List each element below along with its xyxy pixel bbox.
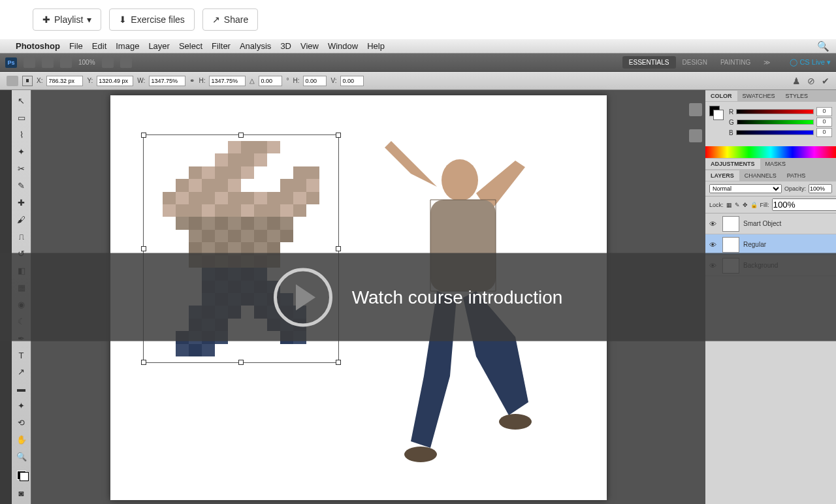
- fill-input[interactable]: [772, 198, 836, 211]
- workspace-design[interactable]: DESIGN: [676, 56, 714, 69]
- crop-tool-icon[interactable]: ✂: [14, 162, 29, 176]
- screen-mode-icon[interactable]: [102, 57, 114, 68]
- wand-tool-icon[interactable]: ✦: [14, 145, 29, 159]
- 3d-camera-icon[interactable]: ⟲: [14, 416, 29, 430]
- g-value[interactable]: 0: [816, 118, 832, 127]
- quickmask-icon[interactable]: ◙: [14, 486, 29, 500]
- playlist-button[interactable]: ✚Playlist▾: [33, 8, 101, 31]
- play-button[interactable]: [274, 268, 332, 326]
- hskew-input[interactable]: [303, 76, 327, 86]
- layer-row[interactable]: 👁 Smart Object: [705, 213, 836, 234]
- handle-tr[interactable]: [336, 133, 341, 138]
- marquee-tool-icon[interactable]: ▭: [14, 111, 29, 125]
- handle-br[interactable]: [336, 360, 341, 365]
- menu-edit[interactable]: Edit: [92, 41, 106, 51]
- zoom-level[interactable]: 100%: [78, 59, 95, 66]
- transform-ref-icon[interactable]: [7, 76, 18, 86]
- y-input[interactable]: [97, 76, 133, 86]
- color-swatches[interactable]: [709, 106, 725, 121]
- color-spectrum[interactable]: [705, 146, 836, 158]
- menu-image[interactable]: Image: [116, 41, 139, 51]
- exercise-files-button[interactable]: ⬇Exercise files: [109, 8, 194, 31]
- app-name[interactable]: Photoshop: [16, 41, 60, 51]
- vskew-input[interactable]: [340, 76, 364, 86]
- menu-select[interactable]: Select: [179, 41, 202, 51]
- tab-layers[interactable]: LAYERS: [705, 170, 739, 181]
- tab-channels[interactable]: CHANNELS: [739, 170, 782, 181]
- workspace-more[interactable]: ≫: [757, 56, 777, 69]
- zoom-tool-icon[interactable]: 🔍: [14, 450, 29, 464]
- h-input[interactable]: [209, 76, 246, 86]
- g-slider[interactable]: [737, 119, 814, 125]
- video-overlay[interactable]: Watch course introduction: [0, 253, 836, 341]
- cs-live-button[interactable]: ◯ CS Live ▾: [790, 58, 831, 67]
- handle-bc[interactable]: [238, 360, 244, 365]
- b-value[interactable]: 0: [816, 128, 832, 137]
- tab-paths[interactable]: PATHS: [782, 170, 811, 181]
- stamp-tool-icon[interactable]: ⎍: [14, 230, 29, 244]
- menu-layer[interactable]: Layer: [148, 41, 170, 51]
- hand-tool-icon[interactable]: ✋: [14, 433, 29, 447]
- handle-tc[interactable]: [238, 133, 244, 138]
- search-icon[interactable]: 🔍: [817, 40, 829, 52]
- eye-icon[interactable]: 👁: [709, 220, 718, 228]
- eye-icon[interactable]: 👁: [709, 241, 718, 249]
- tab-masks[interactable]: MASKS: [760, 159, 792, 169]
- menu-3d[interactable]: 3D: [280, 41, 291, 51]
- menu-view[interactable]: View: [300, 41, 319, 51]
- x-label: X:: [37, 77, 42, 84]
- r-slider[interactable]: [736, 109, 814, 114]
- lock-trans-icon[interactable]: ▦: [726, 202, 732, 208]
- move-tool-icon[interactable]: ↖: [14, 94, 29, 108]
- lasso-tool-icon[interactable]: ⌇: [14, 128, 29, 142]
- layer-row[interactable]: 👁 Regular: [705, 234, 836, 255]
- heal-tool-icon[interactable]: ✚: [14, 196, 29, 210]
- path-tool-icon[interactable]: ↗: [14, 366, 29, 379]
- r-value[interactable]: 0: [816, 107, 832, 116]
- 3d-tool-icon[interactable]: ✦: [14, 399, 29, 413]
- opacity-input[interactable]: [809, 184, 832, 193]
- tab-color[interactable]: COLOR: [705, 91, 737, 101]
- tab-adjustments[interactable]: ADJUSTMENTS: [705, 159, 760, 169]
- link-icon[interactable]: ⚭: [189, 77, 195, 84]
- tab-swatches[interactable]: SWATCHES: [737, 91, 780, 101]
- handle-ml[interactable]: [141, 246, 146, 251]
- workspace-essentials[interactable]: ESSENTIALS: [622, 56, 676, 69]
- brush-tool-icon[interactable]: 🖌: [14, 213, 29, 227]
- x-input[interactable]: [46, 76, 83, 86]
- lock-paint-icon[interactable]: ✎: [735, 202, 740, 208]
- bridge-icon[interactable]: [24, 57, 35, 68]
- handle-mr[interactable]: [336, 246, 341, 251]
- warp-icon[interactable]: ♟: [792, 76, 801, 86]
- shape-tool-icon[interactable]: ▬: [14, 382, 29, 396]
- eyedropper-tool-icon[interactable]: ✎: [14, 179, 29, 193]
- menu-help[interactable]: Help: [367, 41, 385, 51]
- extras-icon[interactable]: [120, 57, 132, 68]
- arrange-icon[interactable]: [60, 57, 72, 68]
- b-slider[interactable]: [736, 130, 814, 135]
- dock-brush-icon[interactable]: [689, 129, 702, 142]
- minibridge-icon[interactable]: [42, 57, 54, 68]
- lock-all-icon[interactable]: 🔒: [750, 202, 758, 208]
- cancel-icon[interactable]: ⊘: [807, 76, 815, 86]
- exercise-label: Exercise files: [131, 14, 184, 25]
- ps-logo-icon[interactable]: Ps: [5, 57, 17, 68]
- menu-analysis[interactable]: Analysis: [240, 41, 271, 51]
- commit-icon[interactable]: ✔: [822, 76, 829, 86]
- tab-styles[interactable]: STYLES: [780, 91, 814, 101]
- handle-tl[interactable]: [141, 133, 146, 138]
- handle-bl[interactable]: [141, 360, 146, 365]
- ref-point-icon[interactable]: [22, 76, 33, 86]
- type-tool-icon[interactable]: T: [14, 349, 29, 362]
- dock-history-icon[interactable]: [689, 103, 702, 116]
- w-input[interactable]: [149, 76, 185, 86]
- menu-filter[interactable]: Filter: [212, 41, 231, 51]
- lock-move-icon[interactable]: ✥: [743, 202, 748, 208]
- fg-bg-swatch[interactable]: [14, 467, 29, 483]
- angle-input[interactable]: [259, 76, 282, 86]
- workspace-painting[interactable]: PAINTING: [714, 56, 757, 69]
- blend-mode-select[interactable]: Normal: [709, 184, 782, 193]
- menu-file[interactable]: File: [69, 41, 83, 51]
- share-button[interactable]: ↗Share: [202, 8, 258, 31]
- menu-window[interactable]: Window: [328, 41, 358, 51]
